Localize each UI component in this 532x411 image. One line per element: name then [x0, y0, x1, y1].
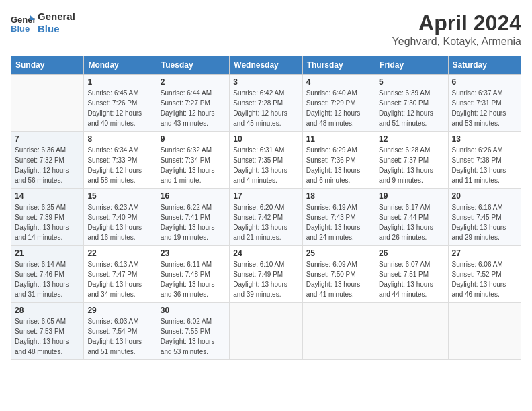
day-number: 17 [233, 191, 298, 201]
calendar-cell: 8Sunrise: 6:34 AM Sunset: 7:33 PM Daylig… [84, 132, 157, 189]
day-info: Sunrise: 6:37 AM Sunset: 7:31 PM Dayligh… [452, 88, 517, 128]
day-number: 22 [87, 248, 152, 258]
calendar-cell [11, 75, 84, 132]
day-info: Sunrise: 6:03 AM Sunset: 7:54 PM Dayligh… [87, 316, 152, 357]
header-monday: Monday [84, 56, 157, 75]
calendar-cell [302, 303, 375, 360]
calendar-cell: 27Sunrise: 6:06 AM Sunset: 7:52 PM Dayli… [448, 246, 521, 303]
title-block: April 2024 Yeghvard, Kotayk, Armenia [392, 11, 521, 48]
day-number: 14 [15, 191, 80, 201]
header-wednesday: Wednesday [230, 56, 302, 75]
header-friday: Friday [375, 56, 448, 75]
calendar-cell: 17Sunrise: 6:20 AM Sunset: 7:42 PM Dayli… [230, 189, 302, 246]
week-row-1: 1Sunrise: 6:45 AM Sunset: 7:26 PM Daylig… [11, 75, 521, 132]
day-info: Sunrise: 6:06 AM Sunset: 7:52 PM Dayligh… [452, 259, 517, 300]
calendar-cell [230, 303, 302, 360]
day-info: Sunrise: 6:09 AM Sunset: 7:50 PM Dayligh… [306, 259, 371, 300]
day-number: 28 [15, 306, 80, 315]
calendar-cell: 24Sunrise: 6:10 AM Sunset: 7:49 PM Dayli… [230, 246, 302, 303]
day-number: 21 [15, 248, 80, 258]
day-number: 2 [161, 77, 226, 87]
week-row-2: 7Sunrise: 6:36 AM Sunset: 7:32 PM Daylig… [11, 132, 521, 189]
calendar-cell: 6Sunrise: 6:37 AM Sunset: 7:31 PM Daylig… [448, 75, 521, 132]
calendar-cell: 14Sunrise: 6:25 AM Sunset: 7:39 PM Dayli… [11, 189, 84, 246]
day-info: Sunrise: 6:44 AM Sunset: 7:27 PM Dayligh… [161, 88, 226, 128]
calendar-cell: 10Sunrise: 6:31 AM Sunset: 7:35 PM Dayli… [230, 132, 302, 189]
day-info: Sunrise: 6:34 AM Sunset: 7:33 PM Dayligh… [87, 145, 152, 185]
day-number: 24 [233, 248, 298, 258]
calendar-cell: 16Sunrise: 6:22 AM Sunset: 7:41 PM Dayli… [157, 189, 229, 246]
header-row: SundayMondayTuesdayWednesdayThursdayFrid… [11, 56, 521, 75]
logo: General Blue General Blue [11, 11, 75, 35]
day-info: Sunrise: 6:10 AM Sunset: 7:49 PM Dayligh… [233, 259, 298, 300]
day-number: 16 [161, 191, 226, 201]
day-info: Sunrise: 6:16 AM Sunset: 7:45 PM Dayligh… [452, 202, 517, 242]
calendar-cell: 12Sunrise: 6:28 AM Sunset: 7:37 PM Dayli… [375, 132, 448, 189]
logo-icon: General Blue [11, 13, 35, 32]
day-number: 4 [306, 77, 371, 87]
location: Yeghvard, Kotayk, Armenia [392, 36, 521, 48]
day-number: 5 [379, 77, 444, 87]
calendar-cell: 29Sunrise: 6:03 AM Sunset: 7:54 PM Dayli… [84, 303, 157, 360]
day-number: 18 [306, 191, 371, 201]
week-row-3: 14Sunrise: 6:25 AM Sunset: 7:39 PM Dayli… [11, 189, 521, 246]
calendar-cell: 1Sunrise: 6:45 AM Sunset: 7:26 PM Daylig… [84, 75, 157, 132]
calendar-cell: 7Sunrise: 6:36 AM Sunset: 7:32 PM Daylig… [11, 132, 84, 189]
calendar-cell: 30Sunrise: 6:02 AM Sunset: 7:55 PM Dayli… [157, 303, 229, 360]
logo-text2: Blue [38, 23, 75, 35]
calendar-cell [375, 303, 448, 360]
calendar-cell: 20Sunrise: 6:16 AM Sunset: 7:45 PM Dayli… [448, 189, 521, 246]
calendar-table: SundayMondayTuesdayWednesdayThursdayFrid… [11, 56, 521, 360]
header-thursday: Thursday [302, 56, 375, 75]
day-info: Sunrise: 6:17 AM Sunset: 7:44 PM Dayligh… [379, 202, 444, 242]
day-number: 6 [452, 77, 517, 87]
day-info: Sunrise: 6:39 AM Sunset: 7:30 PM Dayligh… [379, 88, 444, 128]
calendar-cell: 25Sunrise: 6:09 AM Sunset: 7:50 PM Dayli… [302, 246, 375, 303]
header-sunday: Sunday [11, 56, 84, 75]
header-tuesday: Tuesday [157, 56, 229, 75]
day-info: Sunrise: 6:42 AM Sunset: 7:28 PM Dayligh… [233, 88, 298, 128]
day-number: 20 [452, 191, 517, 201]
month-title: April 2024 [392, 11, 521, 36]
day-info: Sunrise: 6:28 AM Sunset: 7:37 PM Dayligh… [379, 145, 444, 185]
calendar-cell [448, 303, 521, 360]
calendar-cell: 19Sunrise: 6:17 AM Sunset: 7:44 PM Dayli… [375, 189, 448, 246]
calendar-cell: 2Sunrise: 6:44 AM Sunset: 7:27 PM Daylig… [157, 75, 229, 132]
logo-text: General [38, 11, 75, 23]
day-info: Sunrise: 6:20 AM Sunset: 7:42 PM Dayligh… [233, 202, 298, 242]
day-info: Sunrise: 6:02 AM Sunset: 7:55 PM Dayligh… [161, 316, 226, 357]
day-number: 19 [379, 191, 444, 201]
calendar-cell: 23Sunrise: 6:11 AM Sunset: 7:48 PM Dayli… [157, 246, 229, 303]
day-info: Sunrise: 6:29 AM Sunset: 7:36 PM Dayligh… [306, 145, 371, 185]
svg-text:Blue: Blue [11, 24, 30, 32]
calendar-cell: 28Sunrise: 6:05 AM Sunset: 7:53 PM Dayli… [11, 303, 84, 360]
calendar-cell: 15Sunrise: 6:23 AM Sunset: 7:40 PM Dayli… [84, 189, 157, 246]
day-info: Sunrise: 6:19 AM Sunset: 7:43 PM Dayligh… [306, 202, 371, 242]
day-number: 30 [161, 306, 226, 315]
day-number: 3 [233, 77, 298, 87]
day-info: Sunrise: 6:40 AM Sunset: 7:29 PM Dayligh… [306, 88, 371, 128]
day-number: 11 [306, 134, 371, 144]
day-info: Sunrise: 6:32 AM Sunset: 7:34 PM Dayligh… [161, 145, 226, 185]
day-number: 9 [161, 134, 226, 144]
day-number: 27 [452, 248, 517, 258]
day-info: Sunrise: 6:11 AM Sunset: 7:48 PM Dayligh… [161, 259, 226, 300]
calendar-cell: 11Sunrise: 6:29 AM Sunset: 7:36 PM Dayli… [302, 132, 375, 189]
day-number: 26 [379, 248, 444, 258]
day-number: 8 [87, 134, 152, 144]
calendar-cell: 21Sunrise: 6:14 AM Sunset: 7:46 PM Dayli… [11, 246, 84, 303]
day-number: 15 [87, 191, 152, 201]
day-info: Sunrise: 6:23 AM Sunset: 7:40 PM Dayligh… [87, 202, 152, 242]
day-info: Sunrise: 6:45 AM Sunset: 7:26 PM Dayligh… [87, 88, 152, 128]
calendar-cell: 5Sunrise: 6:39 AM Sunset: 7:30 PM Daylig… [375, 75, 448, 132]
calendar-cell: 18Sunrise: 6:19 AM Sunset: 7:43 PM Dayli… [302, 189, 375, 246]
calendar-cell: 22Sunrise: 6:13 AM Sunset: 7:47 PM Dayli… [84, 246, 157, 303]
day-number: 10 [233, 134, 298, 144]
day-info: Sunrise: 6:22 AM Sunset: 7:41 PM Dayligh… [161, 202, 226, 242]
day-info: Sunrise: 6:36 AM Sunset: 7:32 PM Dayligh… [15, 145, 80, 185]
day-info: Sunrise: 6:13 AM Sunset: 7:47 PM Dayligh… [87, 259, 152, 300]
day-number: 25 [306, 248, 371, 258]
calendar-cell: 13Sunrise: 6:26 AM Sunset: 7:38 PM Dayli… [448, 132, 521, 189]
calendar-cell: 4Sunrise: 6:40 AM Sunset: 7:29 PM Daylig… [302, 75, 375, 132]
calendar-cell: 26Sunrise: 6:07 AM Sunset: 7:51 PM Dayli… [375, 246, 448, 303]
